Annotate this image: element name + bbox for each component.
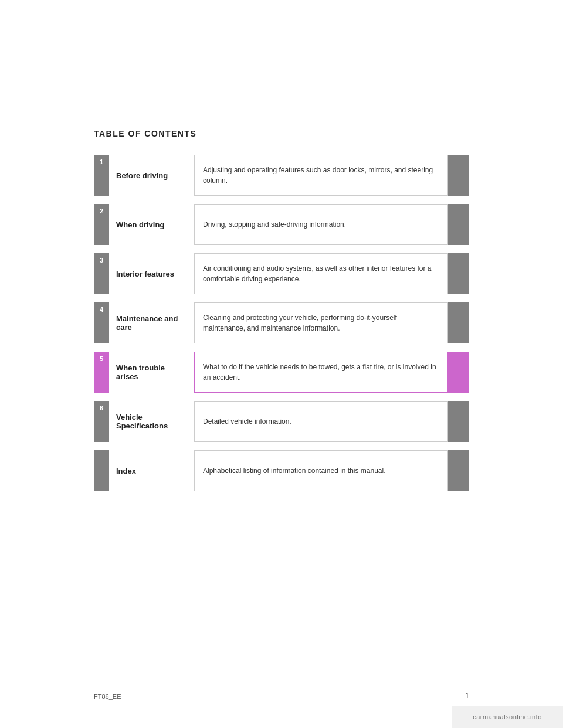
page-container: TABLE OF CONTENTS 1Before drivingAdjusti… [0, 0, 563, 728]
entry-number-vehicle-specifications: 6 [94, 401, 109, 442]
entry-swatch-index [448, 450, 469, 491]
entry-description-before-driving: Adjusting and operating features such as… [194, 155, 448, 196]
entry-number-index [94, 450, 109, 491]
entry-title-when-trouble-arises: When trouble arises [109, 352, 194, 393]
entry-title-when-driving: When driving [109, 204, 194, 245]
entry-description-index: Alphabetical listing of information cont… [194, 450, 448, 491]
toc-entries: 1Before drivingAdjusting and operating f… [94, 155, 469, 499]
entry-number-when-driving: 2 [94, 204, 109, 245]
entry-description-when-driving: Driving, stopping and safe-driving infor… [194, 204, 448, 245]
entry-description-vehicle-specifications: Detailed vehicle information. [194, 401, 448, 442]
entry-number-interior-features: 3 [94, 253, 109, 294]
entry-number-maintenance-and-care: 4 [94, 302, 109, 343]
entry-title-before-driving: Before driving [109, 155, 194, 196]
entry-title-interior-features: Interior features [109, 253, 194, 294]
entry-swatch-interior-features [448, 253, 469, 294]
entry-title-maintenance-and-care: Maintenance and care [109, 302, 194, 343]
entry-swatch-before-driving [448, 155, 469, 196]
entry-description-maintenance-and-care: Cleaning and protecting your vehicle, pe… [194, 302, 448, 343]
table-of-contents: TABLE OF CONTENTS 1Before drivingAdjusti… [0, 0, 563, 546]
entry-swatch-vehicle-specifications [448, 401, 469, 442]
toc-entry-index[interactable]: IndexAlphabetical listing of information… [94, 450, 469, 491]
toc-title: TABLE OF CONTENTS [94, 129, 469, 138]
entry-title-index: Index [109, 450, 194, 491]
entry-swatch-when-trouble-arises [448, 352, 469, 393]
watermark: carmanualsonline.info [452, 706, 563, 728]
toc-entry-vehicle-specifications[interactable]: 6Vehicle SpecificationsDetailed vehicle … [94, 401, 469, 442]
page-number: 1 [465, 692, 469, 700]
entry-swatch-maintenance-and-care [448, 302, 469, 343]
toc-entry-maintenance-and-care[interactable]: 4Maintenance and careCleaning and protec… [94, 302, 469, 343]
entry-description-interior-features: Air conditioning and audio systems, as w… [194, 253, 448, 294]
toc-entry-when-trouble-arises[interactable]: 5When trouble arisesWhat to do if the ve… [94, 352, 469, 393]
toc-entry-when-driving[interactable]: 2When drivingDriving, stopping and safe-… [94, 204, 469, 245]
entry-number-before-driving: 1 [94, 155, 109, 196]
toc-entry-before-driving[interactable]: 1Before drivingAdjusting and operating f… [94, 155, 469, 196]
entry-title-vehicle-specifications: Vehicle Specifications [109, 401, 194, 442]
entry-swatch-when-driving [448, 204, 469, 245]
toc-entry-interior-features[interactable]: 3Interior featuresAir conditioning and a… [94, 253, 469, 294]
entry-number-when-trouble-arises: 5 [94, 352, 109, 393]
footer-code: FT86_EE [94, 693, 121, 700]
entry-description-when-trouble-arises: What to do if the vehicle needs to be to… [194, 352, 448, 393]
